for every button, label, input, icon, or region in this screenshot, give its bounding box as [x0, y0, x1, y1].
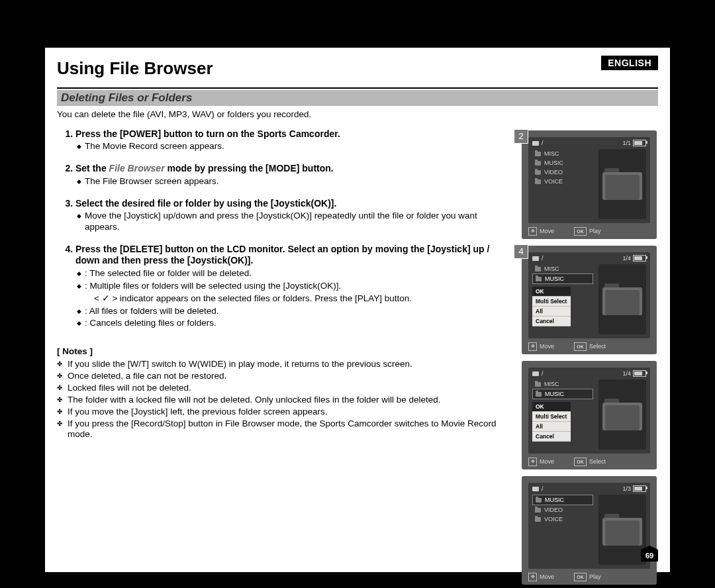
- option-line: : Cancels deleting files or folders.: [75, 318, 514, 329]
- note-item: If you slide the [W/T] switch to W(WIDE)…: [66, 359, 514, 370]
- footer-right-label: Play: [589, 573, 601, 580]
- option-line: < ✓ > indicator appears on the selected …: [75, 293, 514, 305]
- note-item: The folder with a locked file will not b…: [66, 395, 514, 406]
- move-icon: ✥: [528, 227, 537, 236]
- page-indicator: 1/3: [622, 485, 631, 492]
- section-heading: Deleting Files or Folders: [57, 90, 658, 106]
- screenshot-footer: ✥MoveOKSelect: [528, 341, 650, 352]
- page-title: Using File Browser: [57, 58, 658, 79]
- option-line: : Multiple files or folders will be sele…: [75, 281, 514, 292]
- folder-row: MUSIC: [532, 273, 593, 284]
- steps-list: Press the [POWER] button to turn on the …: [57, 128, 514, 329]
- move-icon: ✥: [528, 342, 537, 351]
- battery-icon: [633, 485, 646, 492]
- folder-row: VOICE: [532, 177, 593, 186]
- section-heading-text: Deleting Files or Folders: [61, 91, 192, 105]
- folder-art: [598, 495, 646, 565]
- notes-list: If you slide the [W/T] switch to W(WIDE)…: [57, 359, 514, 440]
- delete-menu: OKMulti SelectAllCancel: [532, 287, 571, 326]
- screenshot-footer: ✥MoveOKPlay: [528, 571, 650, 582]
- folder-art: [598, 379, 646, 450]
- footer-move-label: Move: [540, 573, 554, 580]
- folder-icon: /: [532, 255, 544, 262]
- body-text: You can delete the file (AVI, MP3, WAV) …: [57, 109, 514, 441]
- battery-icon: [633, 140, 646, 146]
- intro-text: You can delete the file (AVI, MP3, WAV) …: [57, 109, 514, 121]
- note-item: Once deleted, a file can not be restored…: [66, 371, 514, 382]
- menu-item: All: [532, 422, 571, 432]
- screenshots-column: 2/1/1MISCMUSICVIDEOVOICE✥MoveOKPlay4/1/4…: [522, 130, 657, 588]
- folder-row: MISC: [532, 149, 593, 158]
- folder-row: MUSIC: [532, 158, 593, 168]
- delete-menu: OKMulti SelectAllCancel: [532, 402, 571, 442]
- menu-item: Cancel: [532, 432, 571, 442]
- language-badge: ENGLISH: [601, 56, 658, 70]
- folder-icon: [535, 508, 541, 513]
- device-screenshot-4: /1/3MUSICVIDEOVOICE✥MoveOKPlay: [522, 476, 657, 585]
- folder-row: VIDEO: [532, 505, 593, 514]
- screenshot-step-badge: 4: [514, 244, 528, 259]
- folder-icon: [536, 392, 542, 397]
- ok-icon: OK: [574, 227, 587, 236]
- folder-label: MISC: [544, 150, 559, 157]
- menu-item: OK: [532, 402, 571, 412]
- page-indicator: 1/1: [622, 140, 631, 146]
- ok-icon: OK: [574, 573, 587, 581]
- folder-row: VOICE: [532, 514, 593, 524]
- folder-label: MISC: [544, 266, 559, 272]
- folder-art: [598, 149, 646, 219]
- page-number-value: 69: [641, 550, 658, 562]
- page-indicator: 1/4: [622, 370, 631, 377]
- folder-row: MUSIC: [532, 389, 593, 399]
- option-line: : The selected file or folder will be de…: [75, 268, 514, 279]
- step-2: Set the File Browser mode by pressing th…: [75, 163, 514, 187]
- folder-icon: /: [532, 485, 544, 492]
- note-item: Locked files will not be deleted.: [66, 383, 514, 394]
- battery-icon: [633, 255, 646, 262]
- ok-icon: OK: [574, 342, 587, 351]
- footer-right-label: Select: [589, 458, 606, 465]
- folder-label: MUSIC: [545, 391, 564, 397]
- folder-label: MUSIC: [545, 275, 564, 282]
- footer-move-label: Move: [540, 343, 554, 350]
- device-screenshot-1: 2/1/1MISCMUSICVIDEOVOICE✥MoveOKPlay: [522, 130, 657, 239]
- page-indicator: 1/4: [622, 255, 631, 262]
- step-3: Select the desired file or folder by usi…: [75, 198, 514, 233]
- file-browser-label: File Browser: [109, 163, 165, 173]
- folder-row: MISC: [532, 264, 593, 273]
- folder-icon: [535, 517, 541, 522]
- screenshot-footer: ✥MoveOKPlay: [528, 226, 650, 236]
- folder-icon: [535, 382, 541, 387]
- folder-art: [598, 264, 646, 334]
- folder-label: MUSIC: [544, 160, 563, 166]
- folder-icon: [535, 170, 541, 175]
- note-item: If you move the [Joystick] left, the pre…: [66, 407, 514, 418]
- folder-icon: /: [532, 370, 544, 377]
- step-4: Press the [DELETE] button on the LCD mon…: [75, 244, 514, 329]
- folder-icon: [536, 277, 542, 281]
- folder-label: VOICE: [544, 178, 563, 185]
- title-rule: [57, 87, 658, 89]
- device-screenshot-3: /1/4MISCMUSICOKMulti SelectAllCancel✥Mov…: [522, 361, 657, 469]
- folder-icon: [535, 179, 541, 184]
- ok-icon: OK: [574, 458, 587, 466]
- folder-icon: [535, 161, 541, 166]
- option-line: : All files or folders will be deleted.: [75, 306, 514, 317]
- notes-heading: [ Notes ]: [57, 346, 514, 358]
- folder-label: MISC: [544, 381, 559, 387]
- folder-row: MISC: [532, 379, 593, 389]
- folder-label: VIDEO: [544, 169, 563, 175]
- battery-icon: [633, 370, 646, 377]
- folder-label: VIDEO: [544, 507, 563, 513]
- step-1: Press the [POWER] button to turn on the …: [75, 128, 514, 152]
- folder-icon: /: [532, 140, 544, 146]
- device-screenshot-2: 4/1/4MISCMUSICOKMulti SelectAllCancel✥Mo…: [522, 246, 657, 354]
- move-icon: ✥: [528, 458, 537, 466]
- menu-item: Multi Select: [532, 297, 571, 307]
- footer-move-label: Move: [540, 458, 554, 465]
- folder-label: VOICE: [544, 516, 563, 522]
- menu-item: All: [532, 307, 571, 317]
- footer-move-label: Move: [540, 228, 554, 234]
- move-icon: ✥: [528, 573, 537, 581]
- menu-item: Cancel: [532, 317, 571, 326]
